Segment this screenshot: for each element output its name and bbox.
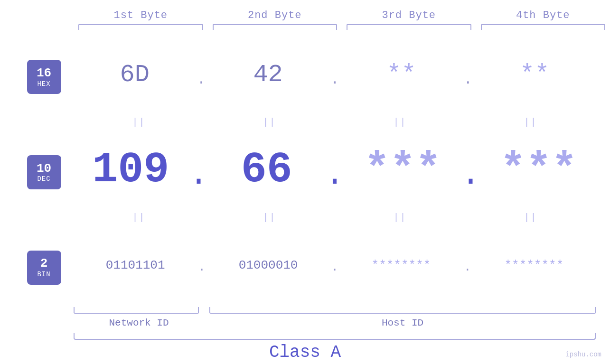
dec-dot2: . (325, 156, 345, 194)
bin-b2-cell: 01000010 (206, 258, 330, 272)
top-bracket-row (0, 24, 610, 30)
host-bracket (209, 307, 596, 314)
sep2-b2: || (204, 210, 335, 225)
bin-b2-value: 01000010 (239, 258, 298, 272)
bin-b1-value: 01101101 (106, 258, 165, 272)
bin-dot1: . (198, 260, 206, 274)
hex-dot3: . (463, 71, 472, 88)
sep-row-1: || || || || (0, 115, 610, 130)
sep1-b1: || (74, 115, 204, 130)
dec-b2-cell: 66 (210, 146, 324, 194)
network-id-label: Network ID (74, 317, 204, 328)
id-labels: Network ID Host ID (0, 317, 610, 328)
bracket-byte3 (347, 24, 471, 30)
sep2-b4: || (465, 210, 596, 225)
hex-b3-value: ** (386, 61, 416, 89)
sep1-b3: || (335, 115, 465, 130)
hex-row: 16 HEX 6D . 42 . ** . ** (0, 35, 610, 115)
hex-dot2: . (330, 71, 339, 88)
hex-badge-num: 16 (37, 66, 51, 80)
bin-dot2: . (331, 260, 338, 274)
hex-b4-value: ** (520, 61, 549, 89)
dec-b2-value: 66 (241, 146, 292, 194)
dec-badge-col: 10 DEC (0, 150, 74, 189)
bin-b4-value: ******** (504, 258, 563, 272)
host-id-label: Host ID (209, 317, 596, 328)
sep2-b3: || (335, 210, 465, 225)
watermark: ipshu.com (565, 351, 601, 358)
main-container: 1st Byte 2nd Byte 3rd Byte 4th Byte 16 H… (0, 0, 610, 364)
bottom-bracket-section (0, 307, 610, 314)
hex-badge: 16 HEX (27, 60, 61, 94)
class-bracket (74, 333, 596, 340)
sep1-b4: || (465, 115, 596, 130)
hex-b1-cell: 6D (74, 61, 196, 89)
hex-b2-cell: 42 (207, 61, 329, 89)
dec-b1-value: 109 (92, 146, 169, 194)
dec-b3-cell: *** (346, 146, 460, 194)
bin-row: 2 BIN 01101101 . 01000010 . ******** . *… (0, 225, 610, 305)
dec-badge-label: DEC (37, 175, 50, 183)
byte1-header: 1st Byte (74, 9, 208, 21)
bracket-byte2 (213, 24, 338, 30)
bin-badge: 2 BIN (27, 251, 61, 285)
byte4-header: 4th Byte (476, 9, 610, 21)
bracket-byte1 (78, 24, 203, 30)
hex-dot1: . (197, 71, 206, 88)
dec-b3-value: *** (364, 146, 441, 194)
bin-badge-col: 2 BIN (0, 246, 74, 285)
hex-badge-label: HEX (37, 80, 50, 88)
hex-b4-cell: ** (473, 61, 596, 89)
dec-b4-value: *** (500, 146, 577, 194)
hex-b3-cell: ** (340, 61, 463, 89)
dec-b4-cell: *** (482, 146, 596, 194)
hex-b2-value: 42 (253, 61, 282, 89)
hex-badge-col: 16 HEX (0, 55, 74, 94)
bin-b1-cell: 01101101 (74, 258, 197, 272)
dec-badge-num: 10 (37, 162, 51, 176)
bin-b3-value: ******** (372, 258, 431, 272)
bracket-byte4 (481, 24, 606, 30)
sep1-b2: || (204, 115, 335, 130)
byte2-header: 2nd Byte (208, 9, 342, 21)
dec-b1-cell: 109 (74, 146, 188, 194)
dec-row: 10 DEC 109 . 66 . *** . *** (0, 130, 610, 210)
dec-dot3: . (460, 156, 480, 194)
sep2-b1: || (74, 210, 204, 225)
dec-dot1: . (188, 156, 208, 194)
dec-badge: 10 DEC (27, 155, 61, 189)
full-bracket-container (0, 333, 610, 340)
bin-b4-cell: ******** (472, 258, 596, 272)
bin-dot3: . (464, 260, 471, 274)
class-label: Class A (269, 343, 341, 362)
bin-badge-num: 2 (40, 257, 48, 271)
sep-row-2: || || || || (0, 210, 610, 225)
network-bracket (74, 307, 199, 314)
bin-b3-cell: ******** (339, 258, 463, 272)
bin-badge-label: BIN (37, 271, 50, 278)
byte3-header: 3rd Byte (342, 9, 476, 21)
hex-b1-value: 6D (120, 61, 150, 89)
byte-headers: 1st Byte 2nd Byte 3rd Byte 4th Byte (0, 9, 610, 21)
